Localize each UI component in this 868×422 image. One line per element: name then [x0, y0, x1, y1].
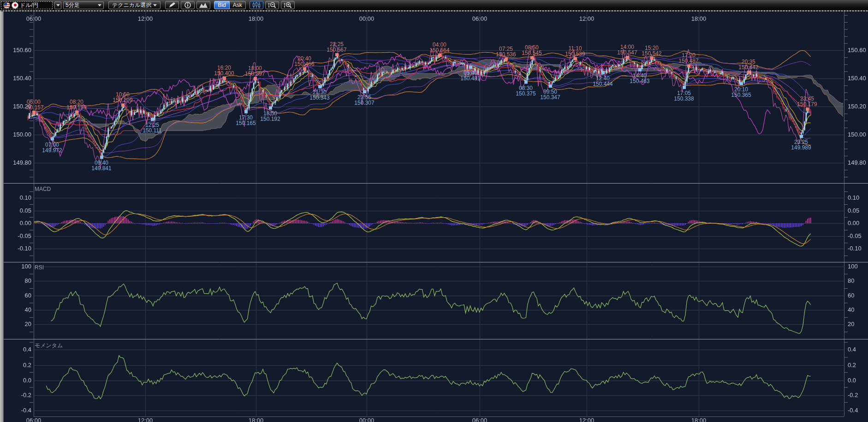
timeframe-label: 5分足 — [65, 1, 80, 9]
zoom-in-icon — [284, 2, 292, 9]
technical-select-button[interactable]: テクニカル選択 — [108, 1, 161, 9]
technical-select-label: テクニカル選択 — [112, 1, 151, 9]
ask-toggle[interactable]: Ask — [230, 1, 246, 9]
toolbar-separator — [0, 10, 868, 12]
area-chart-button[interactable] — [196, 1, 210, 9]
pair-dropdown-button[interactable] — [54, 1, 61, 9]
toolbar: ドル/円 5分足 テクニカル選択 — [0, 0, 868, 10]
japan-flag-icon — [12, 2, 18, 9]
zoom-out-button[interactable] — [265, 1, 279, 9]
pencil-icon — [168, 2, 176, 8]
zoom-out-icon — [268, 2, 276, 9]
chevron-down-icon — [153, 4, 157, 6]
left-resize-strip — [0, 12, 4, 422]
info-button[interactable] — [181, 1, 195, 9]
draw-tool-button[interactable] — [165, 1, 179, 9]
bid-toggle[interactable]: Bid — [214, 1, 229, 9]
quote-side-toggle: Bid Ask — [214, 1, 245, 9]
currency-pair-select[interactable]: ドル/円 — [1, 1, 53, 9]
chevron-down-icon — [98, 4, 101, 6]
currency-pair-label: ドル/円 — [20, 1, 38, 9]
chart-window: { "toolbar": { "pair_label": "ドル/円", "ti… — [0, 0, 868, 422]
price-chart-canvas[interactable] — [0, 0, 868, 422]
info-icon — [184, 2, 191, 8]
zoom-in-button[interactable] — [281, 1, 295, 9]
chevron-down-icon — [56, 4, 60, 6]
candlestick-icon — [252, 2, 261, 8]
candlestick-chart-button[interactable] — [250, 1, 263, 9]
timeframe-select[interactable]: 5分足 — [63, 1, 104, 9]
us-flag-icon — [3, 2, 10, 9]
mountain-icon — [199, 2, 208, 8]
